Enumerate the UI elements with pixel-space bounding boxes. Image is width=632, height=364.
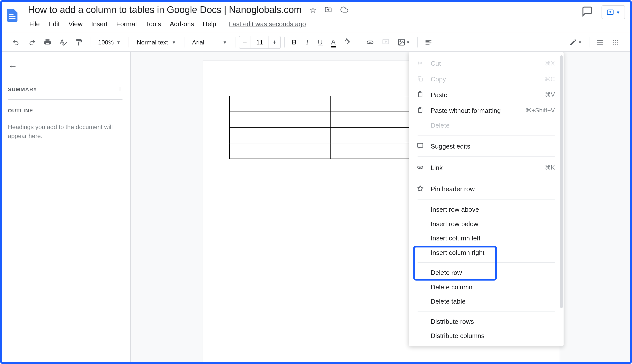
highlight-button[interactable] bbox=[340, 36, 355, 49]
star-icon[interactable]: ☆ bbox=[310, 6, 316, 14]
ctx-delete-row[interactable]: Delete row bbox=[409, 266, 563, 280]
summary-heading: SUMMARY bbox=[8, 86, 37, 92]
scrollbar[interactable] bbox=[560, 56, 562, 308]
app-header: How to add a column to tables in Google … bbox=[0, 0, 632, 29]
undo-button[interactable] bbox=[9, 36, 24, 49]
ctx-pin-header[interactable]: Pin header row bbox=[409, 181, 563, 196]
menu-insert[interactable]: Insert bbox=[87, 18, 111, 29]
menu-edit[interactable]: Edit bbox=[45, 18, 64, 29]
paint-format-button[interactable] bbox=[72, 36, 86, 49]
toolbar: 100%▼ Normal text▼ Arial▼ − + B I U A ▼ … bbox=[0, 33, 632, 52]
ctx-delete: Delete bbox=[409, 118, 563, 132]
link-icon bbox=[416, 163, 425, 172]
ctx-cut: ✂ Cut ⌘X bbox=[409, 56, 563, 71]
bold-button[interactable]: B bbox=[288, 36, 300, 49]
more-button[interactable] bbox=[608, 36, 623, 49]
ctx-insert-col-right[interactable]: Insert column right bbox=[409, 245, 563, 260]
font-size-increase[interactable]: + bbox=[268, 36, 281, 49]
document-title[interactable]: How to add a column to tables in Google … bbox=[25, 4, 304, 16]
add-summary-button[interactable]: + bbox=[117, 84, 122, 94]
paste-icon bbox=[416, 90, 425, 99]
ctx-distribute-rows[interactable]: Distribute rows bbox=[409, 314, 563, 328]
last-edit-link[interactable]: Last edit was seconds ago bbox=[229, 20, 306, 28]
menu-bar: File Edit View Insert Format Tools Add-o… bbox=[25, 18, 577, 29]
ctx-insert-col-left[interactable]: Insert column left bbox=[409, 231, 563, 246]
menu-view[interactable]: View bbox=[65, 18, 87, 29]
ctx-suggest-edits[interactable]: Suggest edits bbox=[409, 138, 563, 154]
zoom-select[interactable]: 100%▼ bbox=[94, 37, 125, 48]
caret-down-icon: ▼ bbox=[616, 10, 620, 14]
align-button[interactable] bbox=[421, 36, 436, 49]
ctx-delete-table[interactable]: Delete table bbox=[409, 294, 563, 308]
font-size-input[interactable] bbox=[251, 36, 269, 49]
menu-format[interactable]: Format bbox=[112, 18, 141, 29]
ctx-link[interactable]: Link ⌘K bbox=[409, 160, 563, 175]
spellcheck-button[interactable] bbox=[56, 36, 71, 49]
redo-button[interactable] bbox=[25, 36, 39, 49]
menu-tools[interactable]: Tools bbox=[142, 18, 165, 29]
editing-mode-button[interactable]: ▼ bbox=[566, 36, 585, 49]
ctx-insert-row-above[interactable]: Insert row above bbox=[409, 202, 563, 217]
svg-rect-4 bbox=[419, 78, 423, 81]
copy-icon bbox=[416, 74, 425, 83]
text-color-button[interactable]: A bbox=[327, 36, 339, 49]
context-menu: ✂ Cut ⌘X Copy ⌘C Paste ⌘V Paste without … bbox=[409, 52, 563, 346]
docs-logo[interactable] bbox=[4, 4, 21, 27]
ctx-insert-row-below[interactable]: Insert row below bbox=[409, 216, 563, 231]
ctx-distribute-cols[interactable]: Distribute columns bbox=[409, 328, 563, 343]
add-comment-button[interactable] bbox=[378, 36, 393, 49]
share-button[interactable]: ▼ bbox=[601, 5, 625, 19]
menu-file[interactable]: File bbox=[25, 18, 44, 29]
svg-point-3 bbox=[400, 41, 401, 42]
ctx-paste[interactable]: Paste ⌘V bbox=[409, 87, 563, 102]
menu-addons[interactable]: Add-ons bbox=[166, 18, 198, 29]
svg-rect-9 bbox=[418, 143, 423, 147]
insert-link-button[interactable] bbox=[362, 36, 377, 49]
menu-help[interactable]: Help bbox=[199, 18, 220, 29]
font-size-decrease[interactable]: − bbox=[239, 36, 251, 49]
collapse-sidebar-icon[interactable]: ← bbox=[8, 61, 17, 72]
underline-button[interactable]: U bbox=[314, 36, 326, 49]
ctx-delete-col[interactable]: Delete column bbox=[409, 280, 563, 294]
ctx-paste-plain[interactable]: Paste without formatting ⌘+Shift+V bbox=[409, 102, 563, 118]
suggest-icon bbox=[416, 142, 425, 150]
document-canvas[interactable]: ✂ Cut ⌘X Copy ⌘C Paste ⌘V Paste without … bbox=[131, 52, 632, 364]
cut-icon: ✂ bbox=[416, 59, 425, 68]
outline-empty-hint: Headings you add to the document will ap… bbox=[8, 122, 122, 140]
paste-plain-icon bbox=[416, 106, 425, 114]
outline-heading: OUTLINE bbox=[8, 108, 122, 114]
cloud-icon[interactable] bbox=[340, 6, 349, 15]
italic-button[interactable]: I bbox=[301, 36, 313, 49]
print-button[interactable] bbox=[40, 36, 55, 49]
insert-image-button[interactable]: ▼ bbox=[394, 36, 413, 49]
comment-history-icon[interactable] bbox=[581, 6, 593, 19]
hide-menus-button[interactable] bbox=[593, 36, 607, 49]
paragraph-style-select[interactable]: Normal text▼ bbox=[132, 37, 180, 48]
move-icon[interactable] bbox=[324, 6, 332, 15]
font-select[interactable]: Arial▼ bbox=[188, 37, 232, 48]
outline-sidebar: ← SUMMARY + OUTLINE Headings you add to … bbox=[0, 52, 131, 364]
ctx-copy: Copy ⌘C bbox=[409, 71, 563, 87]
pin-icon bbox=[416, 184, 425, 193]
